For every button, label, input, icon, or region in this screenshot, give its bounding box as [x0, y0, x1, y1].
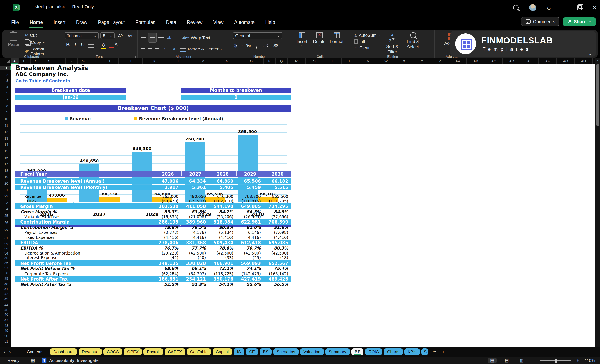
column-header-AF[interactable]: AF [539, 58, 557, 64]
align-bottom-icon[interactable] [158, 36, 164, 40]
row-header-45[interactable]: 45 [0, 308, 11, 312]
row-header-38[interactable]: 38 [0, 271, 11, 275]
sheet-tab-kpis[interactable]: KPIs [404, 348, 420, 355]
decrease-decimal-button[interactable]: .00→ [272, 44, 283, 47]
select-all-corner[interactable] [0, 58, 11, 64]
macro-record-icon[interactable]: ▦ [31, 358, 35, 363]
align-center-icon[interactable] [148, 47, 153, 51]
sheet-canvas[interactable]: Breakeven Analysis ABC Company Inc. Go t… [11, 64, 595, 347]
column-header-C[interactable]: C [30, 58, 42, 64]
comma-format-button[interactable]: , [254, 42, 259, 49]
fill-color-caret-icon[interactable]: ⌄ [109, 43, 111, 46]
share-button[interactable]: ↗ Share ⌄ [563, 17, 596, 26]
sheet-tab-summary[interactable]: Summary [325, 348, 350, 355]
grow-font-button[interactable]: A^ [116, 34, 124, 38]
vertical-scroll-thumb[interactable] [596, 64, 599, 126]
tabs-scroll-right-icon[interactable]: › [9, 349, 14, 355]
column-header-P[interactable]: P [264, 58, 276, 64]
row-header-42[interactable]: 42 [0, 292, 11, 296]
sheet-tab-payroll[interactable]: Payroll [143, 348, 163, 355]
column-header-D[interactable]: D [42, 58, 54, 64]
row-header-36[interactable]: 36 [0, 261, 11, 265]
column-header-Q[interactable]: Q [276, 58, 288, 64]
row-header-49[interactable]: 49 [0, 328, 11, 333]
sheet-tab-roic[interactable]: ROIC [365, 348, 382, 355]
premium-diamond-icon[interactable]: ◇ [547, 5, 551, 10]
sheet-tab-dashboard[interactable]: Dashboard [50, 348, 77, 355]
row-header-12[interactable]: 12 [0, 130, 11, 134]
currency-caret-icon[interactable]: ⌄ [240, 44, 243, 47]
merge-center-button[interactable]: Merge & Center⌄ [180, 46, 223, 52]
row-header-23[interactable]: 23 [0, 201, 11, 205]
column-header-B[interactable]: B [19, 58, 30, 64]
menu-tab-automate[interactable]: Automate [229, 15, 260, 29]
column-header-AG[interactable]: AG [557, 58, 575, 64]
zoom-out-button[interactable]: – [532, 358, 534, 363]
sheet-tab-scenarios[interactable]: Scenarios [273, 348, 299, 355]
sheet-tab-charts[interactable]: Charts [384, 348, 403, 355]
column-header-A[interactable]: A [11, 58, 19, 64]
row-header-32[interactable]: 32 [0, 242, 11, 246]
column-header-O[interactable]: O [239, 58, 264, 64]
zoom-level[interactable]: 110% [585, 358, 595, 363]
row-header-24[interactable]: 24 [0, 207, 11, 211]
fill-color-button[interactable]: ◇ [100, 42, 107, 47]
row-header-37[interactable]: 37 [0, 266, 11, 270]
column-header-AD[interactable]: AD [503, 58, 521, 64]
insert-cells-button[interactable]: Insert ⌄ [294, 31, 310, 47]
row-header-39[interactable]: 39 [0, 276, 11, 281]
menu-tab-help[interactable]: Help [260, 15, 280, 29]
menu-tab-insert[interactable]: Insert [48, 15, 71, 29]
paste-button[interactable]: Paste ⌄ [6, 31, 21, 56]
row-header-8[interactable]: 8 [0, 104, 11, 108]
row-header-10[interactable]: 10 [0, 117, 11, 121]
row-header-19[interactable]: 19 [0, 175, 11, 179]
comments-button[interactable]: Comments [521, 17, 560, 26]
row-header-4[interactable]: 4 [0, 85, 11, 89]
menu-tab-home[interactable]: Home [24, 15, 48, 29]
clear-button[interactable]: ◇Clear⌄ [354, 45, 381, 50]
row-header-15[interactable]: 15 [0, 149, 11, 153]
vertical-scrollbar[interactable]: ▲ [595, 58, 600, 347]
row-header-13[interactable]: 13 [0, 136, 11, 140]
column-header-Y[interactable]: Y [413, 58, 431, 64]
copy-button[interactable]: Copy⌄ [25, 39, 57, 45]
format-cells-button[interactable]: Format ⌄ [328, 31, 345, 47]
row-header-33[interactable]: 33 [0, 247, 11, 251]
column-header-L[interactable]: L [167, 58, 191, 64]
percent-format-button[interactable]: % [244, 43, 252, 48]
sort-filter-button[interactable]: AZ Sort & Filter [383, 31, 401, 55]
bold-button[interactable]: B [65, 42, 71, 47]
menu-tab-page-layout[interactable]: Page Layout [93, 15, 130, 29]
borders-icon[interactable] [88, 42, 94, 47]
row-header-5[interactable]: 5 [0, 91, 11, 95]
row-header-1[interactable]: 1 [0, 66, 11, 70]
sheet-tab-capital[interactable]: Capital [213, 348, 232, 355]
row-header-2[interactable]: 2 [0, 73, 11, 77]
italic-button[interactable]: I [73, 42, 78, 47]
close-button[interactable]: ✕ [592, 5, 597, 10]
row-header-34[interactable]: 34 [0, 251, 11, 255]
autosum-button[interactable]: ΣAutoSum⌄ [354, 33, 381, 38]
wrap-text-button[interactable]: ab↩Wrap Text [182, 35, 210, 40]
underline-button[interactable]: U [79, 42, 86, 47]
column-header-M[interactable]: M [191, 58, 215, 64]
menu-tab-formulas[interactable]: Formulas [130, 15, 161, 29]
row-header-46[interactable]: 46 [0, 312, 11, 317]
column-header-U[interactable]: U [341, 58, 359, 64]
collapse-ribbon-icon[interactable]: ⌄ [589, 52, 592, 56]
sheet-tab-contents[interactable]: Contents [22, 348, 48, 355]
menu-tab-draw[interactable]: Draw [71, 15, 93, 29]
cut-button[interactable]: ✂Cut [25, 33, 57, 38]
title-caret-icon[interactable]: ⌄ [97, 5, 99, 8]
minimize-button[interactable]: — [562, 5, 566, 10]
sheet-tab-capex[interactable]: CAPEX [165, 348, 185, 355]
menu-tab-review[interactable]: Review [181, 15, 208, 29]
align-left-icon[interactable] [141, 47, 146, 51]
orientation-icon[interactable]: ab [165, 36, 173, 40]
row-header-43[interactable]: 43 [0, 297, 11, 301]
column-header-N[interactable]: N [215, 58, 239, 64]
new-sheet-button[interactable]: + [439, 349, 448, 355]
user-avatar[interactable] [529, 4, 536, 11]
column-headers[interactable]: ABCDEFGHIJKLMNOPQRSTUVWXYZAAABACADAEAFAG… [11, 58, 595, 64]
